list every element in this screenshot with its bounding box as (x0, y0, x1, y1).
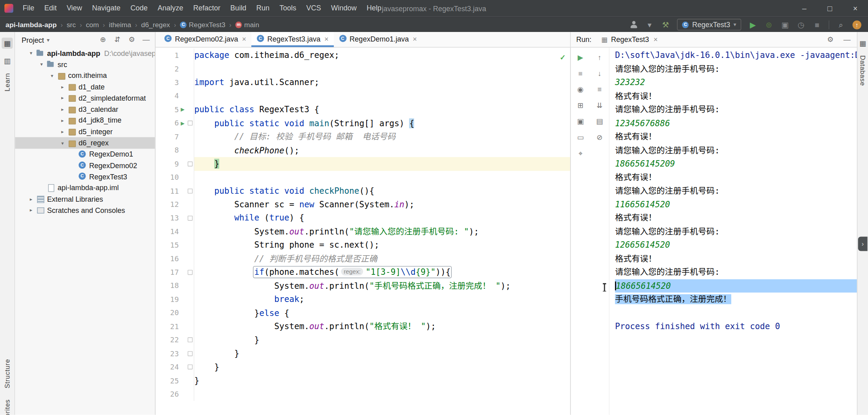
hide-run-panel-icon[interactable]: — (842, 35, 851, 44)
tree-item-com.itheima[interactable]: ▾com.itheima (15, 70, 155, 81)
code-text[interactable]: } (194, 374, 570, 387)
code-text[interactable]: Scanner sc = new Scanner(System.in); (194, 198, 570, 211)
run-settings-icon[interactable]: ⚙ (826, 35, 835, 44)
code-text[interactable]: import java.util.Scanner; (194, 76, 570, 89)
console-line-11[interactable]: 请您输入您的注册手机号码: (615, 184, 857, 198)
print-button[interactable]: ▤ (595, 117, 604, 126)
console-line-5[interactable]: 请您输入您的注册手机号码: (615, 103, 857, 117)
favorites-tool-button[interactable]: Favorites (3, 399, 11, 415)
menu-analyze[interactable]: Analyze (153, 0, 188, 17)
console-line-7[interactable]: 格式有误！ (615, 130, 857, 143)
tab-regextest3.java[interactable]: CRegexTest3.java× (251, 32, 333, 47)
run-config-selector[interactable]: CRegexTest3▾ (677, 19, 741, 30)
code-text[interactable] (194, 62, 570, 76)
expand-tool-window-button[interactable]: › (858, 237, 868, 251)
fold-marker[interactable] (187, 121, 194, 125)
fold-marker[interactable] (187, 270, 194, 274)
close-icon[interactable]: × (324, 35, 329, 43)
inspections-ok-icon[interactable]: ✓ (560, 53, 566, 62)
close-icon[interactable]: × (242, 35, 246, 43)
menu-view[interactable]: View (62, 0, 87, 17)
code-text[interactable] (194, 387, 570, 401)
tree-item-api-lambda-app[interactable]: ▾api-lambda-appD:\code\javasepro (15, 48, 155, 59)
maximize-button[interactable]: □ (817, 0, 843, 17)
chevron-right-icon[interactable]: ▸ (59, 118, 66, 123)
menu-window[interactable]: Window (326, 0, 361, 17)
clear-all-button[interactable]: ⊘ (595, 133, 604, 142)
database-tool-label[interactable]: Database (859, 55, 866, 86)
menu-run[interactable]: Run (251, 0, 275, 17)
debug-button[interactable]: ⊚ (764, 20, 773, 29)
fold-marker[interactable] (187, 216, 194, 220)
chevron-right-icon[interactable]: ▸ (59, 107, 66, 112)
menu-file[interactable]: File (18, 0, 39, 17)
minimize-button[interactable]: – (792, 0, 817, 17)
collapse-all-icon[interactable]: ⇵ (113, 36, 122, 44)
fold-marker[interactable] (187, 161, 194, 166)
code-text[interactable]: if(phone.matches(regex:"1[3-9]\\d{9}")){ (194, 266, 570, 279)
chevron-right-icon[interactable]: ▸ (27, 208, 35, 213)
breadcrumb-item-com[interactable]: com (86, 21, 99, 28)
console-line-20[interactable] (615, 306, 857, 320)
profiler-button[interactable]: ◷ (796, 20, 805, 29)
console-line-10[interactable]: 格式有误！ (615, 171, 857, 184)
breadcrumb-item-itheima[interactable]: itheima (109, 21, 131, 28)
code-text[interactable]: public static void checkPhone(){ (194, 184, 570, 198)
run-line-button[interactable]: ▶ (179, 107, 186, 113)
clear-button[interactable]: ▭ (576, 133, 585, 142)
tree-item-d6_regex[interactable]: ▾d6_regex (15, 137, 155, 149)
console-line-8[interactable]: 请您输入您的注册手机号码: (615, 143, 857, 157)
code-text[interactable] (194, 89, 570, 103)
chevron-right-icon[interactable]: ▸ (59, 129, 66, 135)
code-text[interactable]: } (194, 333, 570, 347)
console-line-3[interactable]: 323232 (615, 76, 857, 89)
menu-help[interactable]: Help (361, 0, 386, 17)
code-text[interactable]: } (194, 157, 570, 171)
fold-marker[interactable] (187, 351, 194, 356)
learn-tool-button[interactable]: Learn (3, 73, 11, 91)
chevron-right-icon[interactable]: ▸ (59, 84, 66, 89)
coverage-button[interactable]: ▣ (780, 20, 789, 29)
tree-item-d1_date[interactable]: ▸d1_date (15, 81, 155, 92)
tree-item-src[interactable]: ▾src (15, 59, 155, 70)
structure-tool-button[interactable]: Structure (3, 359, 11, 389)
up-stack-button[interactable]: ↑ (595, 53, 604, 62)
code-text[interactable] (194, 171, 570, 184)
console-line-13[interactable]: 格式有误！ (615, 211, 857, 225)
down-stack-button[interactable]: ↓ (595, 69, 604, 78)
soft-wrap-button[interactable]: ≡ (595, 85, 604, 94)
user-dropdown-icon[interactable]: ▾ (645, 20, 654, 29)
tree-item-regexdemo02[interactable]: CRegexDemo02 (15, 160, 155, 171)
pin-button[interactable]: ⌖ (576, 149, 585, 158)
console-line-18[interactable]: 18665614520 (615, 279, 857, 293)
locate-file-icon[interactable]: ⊕ (98, 36, 107, 44)
code-text[interactable]: } (194, 347, 570, 360)
run-button[interactable]: ▶ (748, 20, 757, 29)
fold-marker[interactable] (187, 365, 194, 369)
menu-vcs[interactable]: VCS (301, 0, 326, 17)
tree-item-d5_integer[interactable]: ▸d5_integer (15, 126, 155, 137)
editor[interactable]: 1package com.itheima.d6_regex;2 3import … (156, 48, 570, 415)
tree-item-scratches and consoles[interactable]: ▸Scratches and Consoles (15, 205, 155, 216)
tab-regexdemo1.java[interactable]: CRegexDemo1.java× (333, 32, 422, 47)
console-line-14[interactable]: 请您输入您的注册手机号码: (615, 225, 857, 238)
chevron-down-icon[interactable]: ▾ (38, 62, 45, 67)
code-text[interactable]: checkPhone(); (194, 143, 570, 157)
fold-marker[interactable] (187, 338, 194, 342)
breadcrumb-item-main[interactable]: mmain (235, 21, 259, 28)
database-tool-button[interactable]: ▦ (857, 38, 868, 49)
menu-build[interactable]: Build (225, 0, 251, 17)
breadcrumb-item-regextest3[interactable]: CRegexTest3 (180, 21, 225, 28)
screenshot-button[interactable]: ◉ (576, 85, 585, 94)
code-text[interactable]: public class RegexTest3 { (194, 103, 570, 117)
code-text[interactable]: // 判断手机号码的格式是否正确 (194, 252, 570, 266)
menu-code[interactable]: Code (126, 0, 153, 17)
menu-edit[interactable]: Edit (39, 0, 62, 17)
settings-icon[interactable]: ⚙ (127, 36, 136, 44)
hide-panel-icon[interactable]: — (142, 36, 150, 44)
scroll-end-button[interactable]: ⇊ (595, 101, 604, 110)
stop-button[interactable]: ■ (813, 20, 822, 29)
chevron-down-icon[interactable]: ▾ (48, 73, 56, 78)
chevron-down-icon[interactable]: ▾ (59, 140, 66, 146)
user-icon[interactable] (630, 20, 638, 29)
